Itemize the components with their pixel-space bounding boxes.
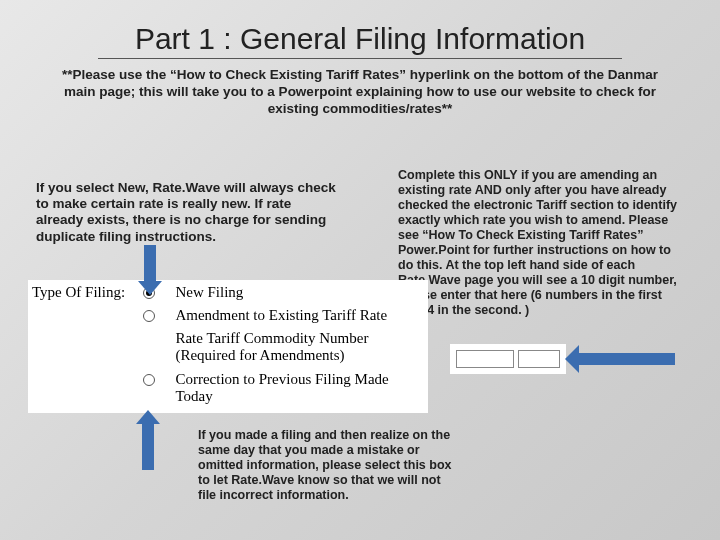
type-of-filing-label: Type Of Filing: (32, 284, 143, 301)
option-rtcn: Rate Tariff Commodity Number (Required f… (175, 330, 424, 365)
radio-correction[interactable] (143, 374, 155, 386)
tariff-number-box2[interactable] (518, 350, 560, 368)
radio-amendment[interactable] (143, 310, 155, 322)
option-amendment: Amendment to Existing Tariff Rate (175, 307, 387, 324)
bottom-description: If you made a filing and then realize on… (198, 428, 458, 503)
filing-form: Type Of Filing: New Filing Amendment to … (28, 280, 428, 413)
svg-marker-6 (136, 410, 160, 424)
option-new-filing: New Filing (175, 284, 243, 301)
option-correction: Correction to Previous Filing Made Today (175, 371, 424, 406)
slide-title: Part 1 : General Filing Information (98, 0, 622, 59)
svg-rect-3 (579, 353, 675, 365)
arrow-tariff-number (565, 345, 675, 373)
arrow-new-filing (130, 245, 170, 295)
svg-rect-1 (144, 245, 156, 281)
arrow-correction (128, 410, 168, 470)
svg-rect-5 (142, 424, 154, 470)
tariff-number-box1[interactable] (456, 350, 514, 368)
right-description: Complete this ONLY if you are amending a… (398, 168, 688, 318)
svg-marker-2 (138, 281, 162, 295)
tariff-number-inputs (450, 344, 566, 374)
notice-text: **Please use the “How to Check Existing … (0, 67, 720, 128)
svg-marker-4 (565, 345, 579, 373)
left-description: If you select New, Rate.Wave will always… (36, 180, 336, 245)
